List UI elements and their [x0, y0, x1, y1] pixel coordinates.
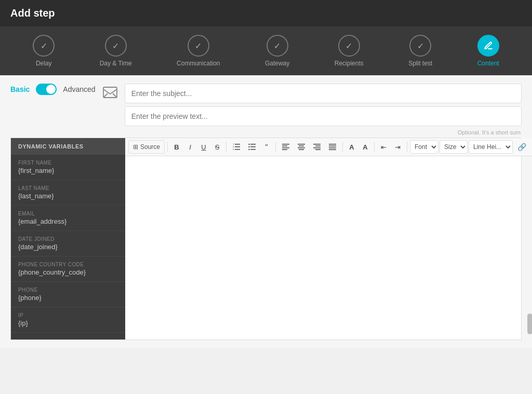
step-split-test-label: Split test	[408, 60, 432, 67]
size-select[interactable]: Size	[440, 140, 468, 154]
separator-3	[275, 142, 276, 152]
source-icon: ⊞	[133, 143, 138, 151]
svg-rect-18	[282, 150, 287, 151]
svg-point-12	[248, 144, 249, 145]
basic-advanced-toggle[interactable]	[36, 84, 57, 95]
svg-rect-3	[235, 144, 240, 145]
svg-rect-5	[235, 149, 240, 150]
var-phone-value: {phone}	[18, 294, 118, 302]
step-day-time-circle: ✓	[105, 35, 127, 57]
bold-button[interactable]: B	[170, 140, 183, 154]
step-delay-circle: ✓	[33, 35, 55, 57]
blockquote-button[interactable]: "	[260, 140, 273, 154]
svg-rect-16	[282, 146, 287, 147]
email-icon	[101, 84, 119, 102]
separator-2	[226, 142, 227, 152]
justify-button[interactable]	[325, 140, 340, 154]
input-area: Optional. It's a short sum	[125, 84, 522, 135]
align-left-button[interactable]	[278, 140, 293, 154]
align-center-button[interactable]	[294, 140, 309, 154]
svg-rect-29	[329, 147, 336, 148]
var-email[interactable]: Email {email_address}	[11, 206, 125, 231]
var-phone-country-code-value: {phone_country_code}	[18, 268, 118, 276]
font-select[interactable]: Font	[410, 140, 438, 154]
step-delay-label: Delay	[36, 60, 52, 67]
svg-rect-20	[299, 146, 304, 147]
var-last-name[interactable]: Last Name {last_name}	[11, 180, 125, 206]
dynamic-vars-header: Dynamic Variables	[11, 138, 125, 155]
svg-rect-26	[315, 150, 321, 151]
unordered-list-button[interactable]	[245, 140, 259, 154]
step-delay[interactable]: ✓ Delay	[33, 35, 55, 67]
indent-increase-button[interactable]: ⇥	[391, 140, 404, 154]
svg-line-2	[113, 93, 117, 98]
subject-input[interactable]	[125, 84, 522, 103]
svg-rect-17	[282, 147, 289, 148]
var-date-joined-label: Date Joined	[18, 236, 118, 242]
step-recipients-circle: ✓	[338, 35, 360, 57]
svg-rect-10	[250, 146, 256, 147]
var-ip-value: {ip}	[18, 319, 118, 327]
dynamic-variables-panel: Dynamic Variables First Name {first_name…	[11, 138, 125, 339]
link-button[interactable]: 🔗	[514, 140, 530, 154]
svg-point-13	[248, 146, 249, 147]
indent-decrease-button[interactable]: ⇤	[377, 140, 390, 154]
preview-input[interactable]	[125, 106, 522, 126]
var-last-name-value: {last_name}	[18, 192, 118, 200]
var-phone-country-code[interactable]: Phone Country Code {phone_country_code}	[11, 256, 125, 282]
separator-6	[407, 142, 407, 152]
svg-rect-11	[250, 149, 256, 150]
editor-main: ⊞ Source B I U S 1.2.3. "	[125, 138, 532, 339]
ordered-list-button[interactable]: 1.2.3.	[229, 140, 244, 154]
var-first-name[interactable]: First Name {first_name}	[11, 155, 125, 180]
compose-row: Basic Advanced Optional. It's a short su…	[10, 84, 522, 135]
step-gateway[interactable]: ✓ Gateway	[265, 35, 289, 67]
svg-rect-28	[329, 146, 336, 147]
svg-line-1	[103, 93, 108, 98]
line-height-select[interactable]: Line Hei...	[469, 140, 513, 154]
step-day-time[interactable]: ✓ Day & Time	[100, 35, 132, 67]
step-recipients[interactable]: ✓ Recipients	[335, 35, 364, 67]
svg-rect-22	[299, 150, 304, 151]
step-split-test[interactable]: ✓ Split test	[408, 35, 432, 67]
toggle-row: Basic Advanced	[10, 84, 96, 95]
background-color-button[interactable]: A	[359, 140, 371, 154]
svg-text:3.: 3.	[233, 148, 234, 151]
svg-rect-30	[329, 150, 336, 151]
steps-bar: ✓ Delay ✓ Day & Time ✓ Communication ✓ G…	[0, 26, 532, 75]
source-button[interactable]: ⊞ Source	[128, 140, 165, 154]
font-color-button[interactable]: A	[345, 140, 358, 154]
editor-section: Dynamic Variables First Name {first_name…	[10, 138, 522, 340]
svg-rect-25	[313, 147, 321, 148]
editor-body[interactable]	[125, 156, 532, 339]
preview-hint: Optional. It's a short sum	[125, 129, 522, 135]
var-date-joined[interactable]: Date Joined {date_joined}	[11, 231, 125, 256]
underline-button[interactable]: U	[197, 140, 210, 154]
step-split-test-circle: ✓	[409, 35, 431, 57]
align-right-button[interactable]	[310, 140, 324, 154]
step-communication[interactable]: ✓ Communication	[177, 35, 220, 67]
svg-rect-23	[313, 144, 321, 145]
step-day-time-label: Day & Time	[100, 60, 132, 67]
var-phone[interactable]: Phone {phone}	[11, 282, 125, 307]
step-content[interactable]: Content	[477, 35, 499, 67]
separator-4	[342, 142, 343, 152]
step-communication-circle: ✓	[188, 35, 209, 57]
italic-button[interactable]: I	[184, 140, 196, 154]
var-first-name-label: First Name	[18, 160, 118, 166]
strikethrough-button[interactable]: S	[211, 140, 223, 154]
step-communication-label: Communication	[177, 60, 220, 67]
var-date-joined-value: {date_joined}	[18, 243, 118, 251]
scrollbar-thumb	[527, 314, 532, 334]
var-first-name-value: {first_name}	[18, 167, 118, 174]
svg-rect-15	[282, 144, 289, 145]
editor-toolbar: ⊞ Source B I U S 1.2.3. "	[125, 138, 532, 156]
svg-rect-21	[298, 147, 305, 148]
var-ip-label: IP	[18, 313, 118, 318]
step-gateway-circle: ✓	[267, 35, 288, 57]
main-content: Basic Advanced Optional. It's a short su…	[0, 75, 532, 348]
var-ip[interactable]: IP {ip}	[11, 307, 125, 333]
separator-5	[374, 142, 375, 152]
var-phone-country-code-label: Phone Country Code	[18, 262, 118, 267]
page-title: Add step	[10, 7, 55, 19]
